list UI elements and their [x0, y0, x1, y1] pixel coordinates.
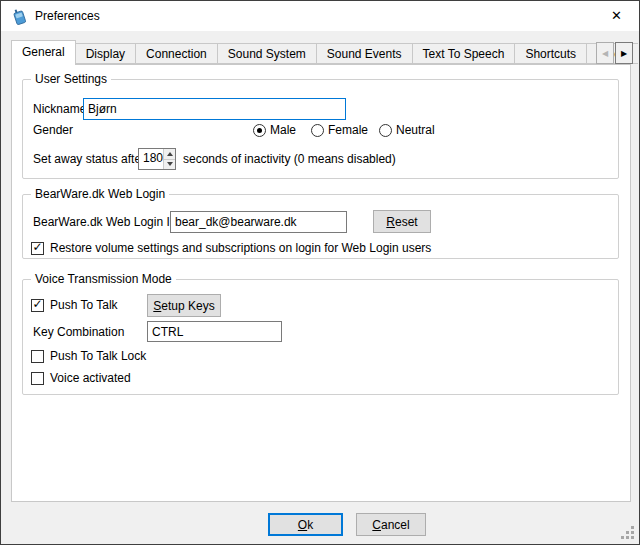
- button-label: R: [386, 215, 395, 229]
- checkbox-icon: ✓: [31, 299, 44, 312]
- key-combination-input[interactable]: [147, 321, 282, 342]
- checkbox-icon: ✓: [31, 242, 44, 255]
- tab-label: Connection: [146, 47, 207, 61]
- radio-icon: [253, 124, 266, 137]
- tab-label: Sound Events: [327, 47, 402, 61]
- gender-radio-female[interactable]: Female: [311, 123, 368, 137]
- tab-scroll-left-button[interactable]: ◀: [596, 42, 614, 64]
- checkbox-label: Voice activated: [50, 371, 131, 385]
- tab-label: Shortcuts: [525, 47, 576, 61]
- user-settings-group-label: User Settings: [31, 72, 111, 86]
- tab-sound-system[interactable]: Sound System: [217, 43, 317, 64]
- checkbox-label: Push To Talk Lock: [50, 349, 146, 363]
- spin-down-button[interactable]: [164, 159, 175, 170]
- check-icon: ✓: [32, 299, 42, 310]
- preferences-dialog: Preferences ✕ General Display Connection…: [0, 0, 640, 545]
- away-status-suffix: seconds of inactivity (0 means disabled): [183, 149, 396, 169]
- cancel-button[interactable]: Cancel: [356, 513, 426, 536]
- setup-keys-button[interactable]: Setup Keys: [147, 294, 221, 317]
- radio-label: Neutral: [396, 123, 435, 137]
- radio-label: Female: [328, 123, 368, 137]
- button-label: ancel: [381, 518, 410, 532]
- checkbox-label: Push To Talk: [50, 298, 118, 312]
- close-button[interactable]: ✕: [594, 1, 639, 30]
- tab-scroll-right-button[interactable]: ▶: [615, 42, 633, 64]
- check-icon: ✓: [32, 242, 42, 253]
- voice-activated-checkbox[interactable]: Voice activated: [31, 371, 131, 385]
- web-login-id-label: BearWare.dk Web Login ID: [33, 212, 178, 232]
- tab-connection[interactable]: Connection: [135, 43, 218, 64]
- spin-up-button[interactable]: [164, 149, 175, 159]
- spin-up-icon: [167, 152, 173, 156]
- ok-button[interactable]: Ok: [268, 513, 343, 536]
- title-bar[interactable]: Preferences ✕: [1, 1, 639, 31]
- tab-text-to-speech[interactable]: Text To Speech: [412, 43, 516, 64]
- tab-display[interactable]: Display: [75, 43, 136, 64]
- spinner-value: 180: [139, 149, 163, 169]
- checkbox-label: Restore volume settings and subscription…: [50, 241, 431, 255]
- tab-bar: General Display Connection Sound System …: [11, 40, 638, 65]
- button-label: k: [307, 518, 313, 532]
- gender-label: Gender: [33, 120, 73, 140]
- radio-label: Male: [270, 123, 296, 137]
- tab-shortcuts[interactable]: Shortcuts: [514, 43, 587, 64]
- tab-label: Sound System: [228, 47, 306, 61]
- close-icon: ✕: [611, 8, 622, 23]
- away-seconds-spinner[interactable]: 180: [138, 148, 176, 170]
- window-title: Preferences: [35, 9, 100, 23]
- radio-icon: [311, 124, 324, 137]
- push-to-talk-checkbox[interactable]: ✓ Push To Talk: [31, 298, 118, 312]
- tab-sound-events[interactable]: Sound Events: [316, 43, 413, 64]
- key-combination-label: Key Combination: [33, 322, 124, 342]
- button-label: C: [372, 518, 381, 532]
- button-label: eset: [395, 215, 418, 229]
- tab-general[interactable]: General: [11, 40, 76, 65]
- resize-grip-icon[interactable]: [621, 526, 634, 539]
- button-label: O: [298, 518, 307, 532]
- gender-radio-male[interactable]: Male: [253, 123, 296, 137]
- reset-button[interactable]: Reset: [373, 210, 431, 233]
- nickname-input[interactable]: [83, 98, 346, 120]
- button-label: S: [153, 299, 161, 313]
- checkbox-icon: [31, 350, 44, 363]
- voice-transmission-group-label: Voice Transmission Mode: [31, 272, 176, 286]
- spinner-buttons: [163, 149, 175, 169]
- button-label: etup Keys: [161, 299, 214, 313]
- radio-icon: [379, 124, 392, 137]
- nickname-label: Nickname: [33, 99, 86, 119]
- spin-down-icon: [167, 162, 173, 166]
- arrow-left-icon: ◀: [602, 49, 608, 58]
- arrow-right-icon: ▶: [621, 49, 627, 58]
- app-icon: [11, 8, 28, 25]
- gender-radio-neutral[interactable]: Neutral: [379, 123, 435, 137]
- away-status-label: Set away status after: [33, 149, 145, 169]
- tab-label: Text To Speech: [423, 47, 505, 61]
- tab-label: General: [22, 45, 65, 59]
- restore-volume-checkbox[interactable]: ✓ Restore volume settings and subscripti…: [31, 241, 431, 255]
- push-to-talk-lock-checkbox[interactable]: Push To Talk Lock: [31, 349, 146, 363]
- checkbox-icon: [31, 372, 44, 385]
- web-login-id-input[interactable]: [170, 211, 347, 233]
- tab-label: Display: [86, 47, 125, 61]
- web-login-group-label: BearWare.dk Web Login: [31, 187, 169, 201]
